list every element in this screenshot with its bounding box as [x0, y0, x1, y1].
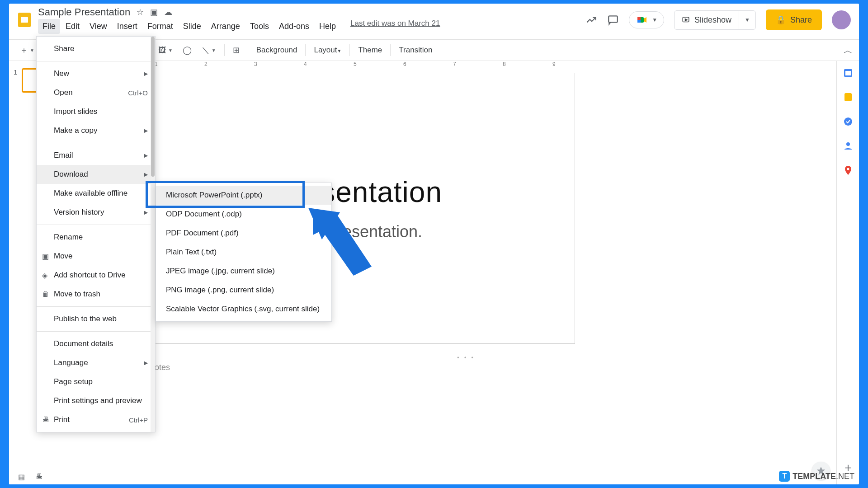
- trash-icon: 🗑: [42, 290, 49, 298]
- file-menu-scrollbar[interactable]: [151, 37, 155, 432]
- svg-rect-11: [844, 93, 852, 101]
- file-menu-rename[interactable]: Rename: [37, 228, 155, 247]
- download-png[interactable]: PNG image (.png, current slide): [156, 281, 331, 300]
- notes-drag-handle[interactable]: • • •: [109, 355, 823, 359]
- file-menu-details[interactable]: Document details: [37, 334, 155, 353]
- submenu-arrow-icon: ▶: [144, 209, 148, 216]
- svg-rect-6: [637, 20, 641, 23]
- file-menu-email[interactable]: Email▶: [37, 146, 155, 165]
- layout-button[interactable]: Layout▼: [309, 43, 346, 57]
- menu-slide[interactable]: Slide: [179, 19, 206, 34]
- speaker-notes-input[interactable]: d speaker notes: [109, 359, 823, 376]
- comment-tool-icon[interactable]: ⊞: [228, 42, 244, 58]
- download-jpeg[interactable]: JPEG image (.jpg, current slide): [156, 262, 331, 281]
- last-edit-link[interactable]: Last edit was on March 21: [350, 19, 440, 34]
- file-menu-import[interactable]: Import slides: [37, 102, 155, 121]
- account-avatar[interactable]: [832, 10, 851, 29]
- svg-rect-2: [609, 16, 618, 22]
- collapse-toolbar-icon[interactable]: ︿: [844, 44, 853, 56]
- file-menu-dropdown: Share New▶ OpenCtrl+O Import slides Make…: [36, 36, 156, 432]
- app-frame: Sample Presentation ☆ ▣ ☁ File Edit View…: [9, 4, 859, 484]
- download-txt[interactable]: Plain Text (.txt): [156, 243, 331, 262]
- svg-rect-5: [637, 17, 641, 20]
- file-menu-download[interactable]: Download▶: [37, 165, 155, 184]
- share-button[interactable]: 🔒 Share: [766, 9, 822, 30]
- meet-button[interactable]: ▼: [629, 11, 664, 28]
- calendar-addon-icon[interactable]: [843, 67, 854, 78]
- doc-title[interactable]: Sample Presentation: [38, 6, 130, 18]
- new-slide-button[interactable]: ＋▼: [15, 42, 39, 58]
- file-menu-pagesetup[interactable]: Page setup: [37, 372, 155, 391]
- right-actions: ▼ Slideshow ▼ 🔒 Share: [585, 9, 854, 30]
- slideshow-dropdown[interactable]: ▼: [739, 11, 755, 29]
- download-pdf[interactable]: PDF Document (.pdf): [156, 224, 331, 243]
- cloud-status-icon: ☁: [164, 7, 172, 17]
- share-label: Share: [790, 15, 812, 25]
- maps-addon-icon[interactable]: [843, 165, 854, 176]
- watermark-badge-icon: T: [779, 471, 790, 482]
- file-menu-version[interactable]: Version history▶: [37, 203, 155, 222]
- thumbnail-number: 1: [14, 68, 17, 93]
- file-menu-language[interactable]: Language▶: [37, 353, 155, 372]
- watermark: T TEMPLATE.NET: [779, 471, 854, 482]
- activity-icon[interactable]: [585, 14, 597, 26]
- speaker-notes-area: • • • d speaker notes: [109, 355, 823, 376]
- file-menu-open[interactable]: OpenCtrl+O: [37, 83, 155, 102]
- submenu-arrow-icon: ▶: [144, 127, 148, 134]
- menu-tools[interactable]: Tools: [245, 19, 274, 34]
- submenu-arrow-icon: ▶: [144, 152, 148, 159]
- file-menu-move[interactable]: ▣Move: [37, 247, 155, 266]
- menu-file[interactable]: File: [38, 19, 60, 34]
- contacts-addon-icon[interactable]: [843, 141, 854, 151]
- menu-help[interactable]: Help: [315, 19, 340, 34]
- shape-tool-icon[interactable]: ◯: [178, 42, 196, 58]
- keep-addon-icon[interactable]: [843, 92, 854, 103]
- menubar: File Edit View Insert Format Slide Arran…: [38, 19, 440, 34]
- menu-format[interactable]: Format: [143, 19, 178, 34]
- chevron-down-icon: ▼: [652, 17, 657, 23]
- transition-button[interactable]: Transition: [394, 43, 437, 57]
- svg-point-13: [846, 142, 850, 146]
- menu-addons[interactable]: Add-ons: [274, 19, 314, 34]
- doc-block: Sample Presentation ☆ ▣ ☁ File Edit View…: [38, 6, 440, 34]
- download-svg[interactable]: Scalable Vector Graphics (.svg, current …: [156, 300, 331, 319]
- svg-point-14: [847, 168, 849, 170]
- menu-view[interactable]: View: [85, 19, 112, 34]
- file-menu-offline[interactable]: Make available offline: [37, 184, 155, 203]
- line-tool-icon[interactable]: ＼▼: [197, 42, 221, 58]
- menu-edit[interactable]: Edit: [61, 19, 84, 34]
- file-menu-addshortcut[interactable]: ◈Add shortcut to Drive: [37, 266, 155, 285]
- submenu-arrow-icon: ▶: [144, 70, 148, 77]
- lock-icon: 🔒: [776, 15, 786, 25]
- file-menu-makecopy[interactable]: Make a copy▶: [37, 121, 155, 140]
- submenu-arrow-icon: ▶: [144, 171, 148, 178]
- move-folder-icon[interactable]: ▣: [150, 7, 158, 17]
- theme-button[interactable]: Theme: [354, 43, 387, 57]
- background-button[interactable]: Background: [252, 43, 302, 57]
- image-tool-icon[interactable]: 🖼▼: [154, 43, 177, 58]
- slideshow-button[interactable]: Slideshow: [675, 11, 739, 29]
- file-menu-new[interactable]: New▶: [37, 64, 155, 83]
- slideshow-label: Slideshow: [694, 15, 731, 25]
- svg-marker-8: [685, 19, 688, 21]
- download-odp[interactable]: ODP Document (.odp): [156, 205, 331, 224]
- file-menu-print[interactable]: 🖶PrintCtrl+P: [37, 410, 155, 429]
- file-menu-publish[interactable]: Publish to the web: [37, 310, 155, 328]
- file-menu-printsettings[interactable]: Print settings and preview: [37, 391, 155, 410]
- download-pptx[interactable]: Microsoft PowerPoint (.pptx): [156, 186, 331, 205]
- menu-insert[interactable]: Insert: [113, 19, 142, 34]
- comments-icon[interactable]: [607, 14, 619, 26]
- chevron-down-icon: ▼: [745, 17, 750, 23]
- file-menu-share[interactable]: Share: [37, 39, 155, 58]
- grid-view-icon[interactable]: ▦: [18, 473, 25, 481]
- svg-point-12: [844, 117, 852, 126]
- file-menu-trash[interactable]: 🗑Move to trash: [37, 285, 155, 304]
- slides-app-icon[interactable]: [11, 11, 38, 29]
- print-icon[interactable]: 🖶: [36, 473, 43, 481]
- star-icon[interactable]: ☆: [137, 7, 144, 17]
- tasks-addon-icon[interactable]: [843, 116, 854, 127]
- svg-rect-10: [845, 71, 851, 75]
- menu-arrange[interactable]: Arrange: [207, 19, 245, 34]
- folder-move-icon: ▣: [42, 252, 49, 261]
- bottom-bar: ▦ 🖶: [9, 469, 859, 484]
